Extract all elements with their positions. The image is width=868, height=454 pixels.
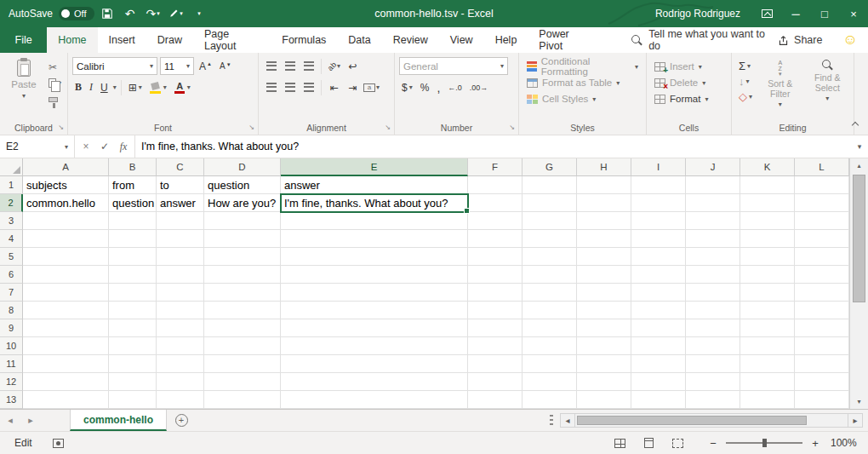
cell-c9[interactable] [157,319,204,337]
vertical-scrollbar[interactable]: ▴ ▾ [849,158,868,409]
cell-e10[interactable] [281,337,468,355]
column-header-j[interactable]: J [686,158,740,176]
font-color-button[interactable]: A▾ [172,78,193,96]
tab-draw[interactable]: Draw [146,27,193,53]
cell-l1[interactable] [795,176,849,194]
clear-button[interactable]: ◇▾ [736,89,755,104]
cell-f13[interactable] [468,391,523,409]
autosum-button[interactable]: Σ▾ [736,59,755,73]
tab-insert[interactable]: Insert [98,27,146,53]
cell-l4[interactable] [795,230,849,248]
autosave-toggle[interactable]: Off [59,7,94,20]
tab-review[interactable]: Review [382,27,439,53]
italic-button[interactable]: I [87,78,95,96]
cell-b13[interactable] [109,391,157,409]
page-layout-view-button[interactable] [638,434,659,451]
cell-g8[interactable] [523,302,577,319]
customize-qat-button[interactable]: ▾ [189,3,209,25]
column-header-e[interactable]: E [281,158,468,176]
cell-c8[interactable] [157,302,204,319]
cell-c1[interactable]: to [157,176,204,194]
cell-h10[interactable] [577,337,631,355]
ribbon-display-options-button[interactable] [752,0,781,27]
cell-h13[interactable] [577,391,631,409]
cell-g2[interactable] [523,194,577,212]
cell-g10[interactable] [523,337,577,355]
cell-j13[interactable] [686,391,740,409]
cell-f2[interactable] [468,194,523,212]
cell-i5[interactable] [631,248,686,266]
cell-d10[interactable] [204,337,281,355]
cell-a8[interactable] [23,302,109,319]
align-middle-button[interactable] [282,57,298,75]
redo-button[interactable]: ↷▾ [143,3,163,25]
cell-k4[interactable] [740,230,795,248]
cell-c3[interactable] [157,212,204,230]
cell-a3[interactable] [23,212,109,230]
wrap-text-button[interactable]: ↩ [345,57,361,75]
row-header-3[interactable]: 3 [0,212,23,230]
row-header-6[interactable]: 6 [0,266,23,284]
column-header-c[interactable]: C [157,158,204,176]
cell-a10[interactable] [23,337,109,355]
page-break-view-button[interactable] [667,434,688,451]
cell-b10[interactable] [109,337,157,355]
cell-l3[interactable] [795,212,849,230]
cell-c10[interactable] [157,337,204,355]
cell-j1[interactable] [686,176,740,194]
format-cells-button[interactable]: Format ▾ [651,91,711,106]
align-left-button[interactable] [263,78,279,96]
cell-i8[interactable] [631,302,686,319]
cell-b5[interactable] [109,248,157,266]
cell-g1[interactable] [523,176,577,194]
horizontal-scrollbar[interactable]: ◂ ▸ [560,410,863,431]
borders-button[interactable]: ⊞▾ [126,78,145,96]
cell-d12[interactable] [204,373,281,391]
cell-j8[interactable] [686,302,740,319]
column-header-l[interactable]: L [795,158,849,176]
cell-e9[interactable] [281,319,468,337]
tab-help[interactable]: Help [484,27,528,53]
cell-i9[interactable] [631,319,686,337]
column-header-d[interactable]: D [204,158,281,176]
cell-f7[interactable] [468,284,523,302]
cell-g12[interactable] [523,373,577,391]
cell-c12[interactable] [157,373,204,391]
vertical-scroll-track[interactable] [850,173,868,394]
accounting-format-button[interactable]: $▾ [399,78,415,96]
row-header-9[interactable]: 9 [0,319,23,337]
cell-k6[interactable] [740,266,795,284]
cell-f12[interactable] [468,373,523,391]
increase-font-size-button[interactable]: A▲ [197,59,214,74]
cell-l8[interactable] [795,302,849,319]
cell-h6[interactable] [577,266,631,284]
tab-scroll-splitter[interactable] [550,415,553,427]
cell-d8[interactable] [204,302,281,319]
cell-h11[interactable] [577,355,631,373]
increase-decimal-button[interactable]: ←.0 [445,78,465,96]
scroll-right-arrow[interactable]: ▸ [848,413,863,428]
row-header-13[interactable]: 13 [0,391,23,409]
cell-g11[interactable] [523,355,577,373]
cell-d7[interactable] [204,284,281,302]
cell-j9[interactable] [686,319,740,337]
cell-a4[interactable] [23,230,109,248]
row-header-8[interactable]: 8 [0,302,23,319]
cell-l9[interactable] [795,319,849,337]
cell-h2[interactable] [577,194,631,212]
cell-d3[interactable] [204,212,281,230]
cell-f5[interactable] [468,248,523,266]
sort-filter-button[interactable]: AZ▼ Sort & Filter ▾ [758,57,802,120]
horizontal-scroll-track[interactable] [575,413,848,428]
cell-d2[interactable]: How are you? [204,194,281,212]
cell-b3[interactable] [109,212,157,230]
cell-a5[interactable] [23,248,109,266]
cell-h5[interactable] [577,248,631,266]
scroll-up-arrow[interactable]: ▴ [850,158,868,173]
row-header-10[interactable]: 10 [0,337,23,355]
cell-c11[interactable] [157,355,204,373]
vertical-scroll-thumb[interactable] [853,175,865,302]
number-format-combo[interactable]: General ▾ [399,57,508,75]
cell-h3[interactable] [577,212,631,230]
cell-g9[interactable] [523,319,577,337]
